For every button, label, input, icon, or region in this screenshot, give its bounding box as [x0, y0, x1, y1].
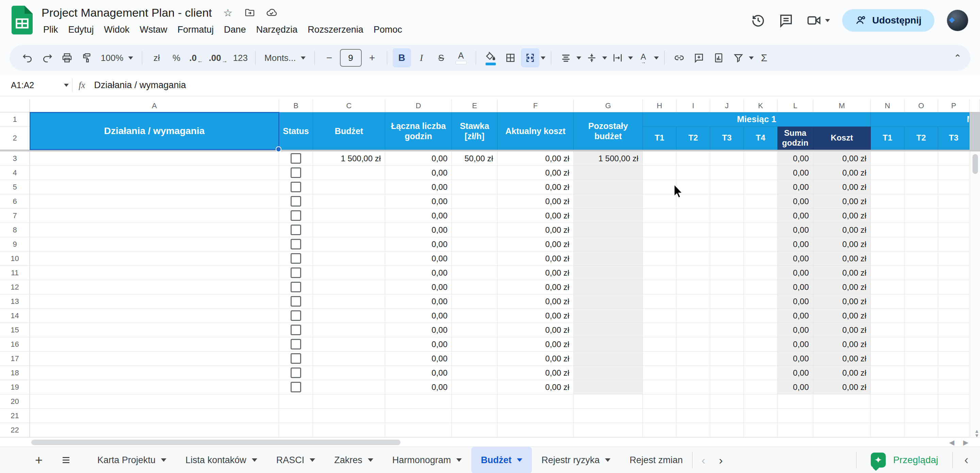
cell-N22[interactable] [871, 423, 904, 437]
cell-D6[interactable]: 0,00 [385, 194, 452, 209]
cell-F7[interactable]: 0,00 zł [498, 209, 574, 223]
header-cell-i-t2[interactable]: T2 [676, 127, 710, 150]
header-cell-miesiąc-2[interactable]: Miesiąc 2 [871, 112, 969, 127]
cell-C7[interactable] [313, 209, 385, 223]
row-header-10[interactable]: 10 [0, 252, 30, 266]
sheet-tab-karta-projektu[interactable]: Karta Projektu [88, 447, 176, 473]
cell-P17[interactable] [938, 352, 969, 366]
cell-J15[interactable] [710, 323, 744, 337]
row-header-19[interactable]: 19 [0, 380, 30, 394]
cell-O9[interactable] [904, 237, 938, 252]
vertical-scrollbar-arrows[interactable]: ▲▼ [974, 429, 979, 438]
cell-N15[interactable] [871, 323, 904, 337]
cell-M8[interactable]: 0,00 zł [813, 223, 871, 237]
cell-O18[interactable] [904, 366, 938, 380]
cell-J16[interactable] [710, 337, 744, 352]
column-header-i[interactable]: I [676, 99, 710, 112]
cell-C19[interactable] [313, 380, 385, 394]
cell-O12[interactable] [904, 280, 938, 295]
cell-P5[interactable] [938, 180, 969, 194]
header-cell-łączna-liczba-godzin[interactable]: Łączna liczba godzin [385, 112, 452, 150]
cell-C21[interactable] [313, 409, 385, 423]
sheet-tab-lista-kontaków[interactable]: Lista kontaków [176, 447, 267, 473]
cell-H8[interactable] [643, 223, 676, 237]
cell-B5[interactable] [279, 180, 313, 194]
cell-N17[interactable] [871, 352, 904, 366]
cell-O19[interactable] [904, 380, 938, 394]
cell-C10[interactable] [313, 252, 385, 266]
header-cell-miesiąc-1[interactable]: Miesiąc 1 [643, 112, 871, 127]
cell-N8[interactable] [871, 223, 904, 237]
cell-K22[interactable] [744, 423, 778, 437]
cell-F17[interactable]: 0,00 zł [498, 352, 574, 366]
cell-L3[interactable]: 0,00 [778, 151, 813, 166]
cell-A12[interactable] [30, 280, 279, 295]
cell-I13[interactable] [676, 295, 710, 309]
column-header-a[interactable]: A [30, 99, 279, 112]
cell-F12[interactable]: 0,00 zł [498, 280, 574, 295]
cell-D16[interactable]: 0,00 [385, 337, 452, 352]
cell-H19[interactable] [643, 380, 676, 394]
cell-J12[interactable] [710, 280, 744, 295]
row-header-2[interactable]: 2 [0, 127, 30, 150]
cell-K15[interactable] [744, 323, 778, 337]
menu-item-dane[interactable]: Dane [219, 22, 251, 37]
comments-icon[interactable] [778, 13, 794, 28]
move-folder-icon[interactable] [244, 7, 256, 18]
column-header-l[interactable]: L [778, 99, 813, 112]
cell-F18[interactable]: 0,00 zł [498, 366, 574, 380]
cell-H21[interactable] [643, 409, 676, 423]
row-header-3[interactable]: 3 [0, 151, 30, 166]
format-percent-button[interactable]: % [167, 48, 186, 67]
status-checkbox-row-9[interactable] [291, 239, 301, 249]
cell-M10[interactable]: 0,00 zł [813, 252, 871, 266]
cell-M4[interactable]: 0,00 zł [813, 166, 871, 180]
cell-B6[interactable] [279, 194, 313, 209]
cell-B4[interactable] [279, 166, 313, 180]
sheet-tab-rasci[interactable]: RASCI [267, 447, 325, 473]
cell-D19[interactable]: 0,00 [385, 380, 452, 394]
cell-A17[interactable] [30, 352, 279, 366]
cell-I10[interactable] [676, 252, 710, 266]
cell-G10[interactable] [574, 252, 643, 266]
cell-C9[interactable] [313, 237, 385, 252]
cell-D10[interactable]: 0,00 [385, 252, 452, 266]
cell-E14[interactable] [452, 309, 498, 323]
cell-H20[interactable] [643, 394, 676, 409]
menu-item-edytuj[interactable]: Edytuj [63, 22, 99, 37]
cell-J5[interactable] [710, 180, 744, 194]
menu-item-formatuj[interactable]: Formatuj [172, 22, 219, 37]
cell-A6[interactable] [30, 194, 279, 209]
cell-G11[interactable] [574, 266, 643, 280]
text-rotation-button[interactable]: A→ [634, 48, 653, 67]
column-header-n[interactable]: N [871, 99, 904, 112]
cell-P19[interactable] [938, 380, 969, 394]
cell-F11[interactable]: 0,00 zł [498, 266, 574, 280]
cell-N12[interactable] [871, 280, 904, 295]
column-header-c[interactable]: C [313, 99, 385, 112]
cell-F5[interactable]: 0,00 zł [498, 180, 574, 194]
cell-O14[interactable] [904, 309, 938, 323]
chevron-down-icon[interactable] [654, 56, 659, 59]
cell-B3[interactable] [279, 151, 313, 166]
row-header-1[interactable]: 1 [0, 112, 30, 127]
cell-J10[interactable] [710, 252, 744, 266]
avatar[interactable] [947, 10, 969, 31]
column-header-j[interactable]: J [710, 99, 744, 112]
cell-K17[interactable] [744, 352, 778, 366]
cell-I21[interactable] [676, 409, 710, 423]
header-cell-stawka-zł-h-[interactable]: Stawka [zł/h] [452, 112, 498, 150]
row-header-11[interactable]: 11 [0, 266, 30, 280]
header-cell-pozostały-budżet[interactable]: Pozostały budżet [574, 112, 643, 150]
cell-F10[interactable]: 0,00 zł [498, 252, 574, 266]
cell-E4[interactable] [452, 166, 498, 180]
status-checkbox-row-13[interactable] [291, 296, 301, 307]
cell-H22[interactable] [643, 423, 676, 437]
cell-M15[interactable]: 0,00 zł [813, 323, 871, 337]
cell-I9[interactable] [676, 237, 710, 252]
cell-B15[interactable] [279, 323, 313, 337]
cell-K16[interactable] [744, 337, 778, 352]
cell-P22[interactable] [938, 423, 969, 437]
cell-C3[interactable]: 1 500,00 zł [313, 151, 385, 166]
bold-button[interactable]: B [393, 48, 411, 67]
